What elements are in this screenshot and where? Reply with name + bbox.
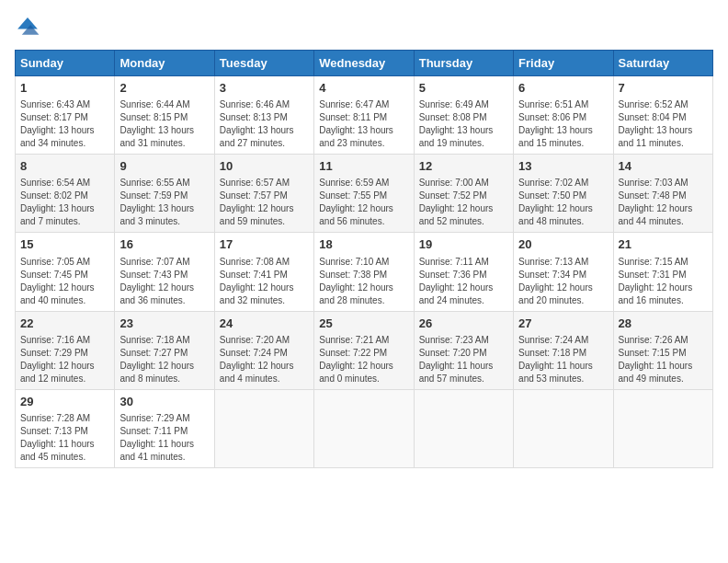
- day-cell-26: 26Sunrise: 7:23 AM Sunset: 7:20 PM Dayli…: [414, 311, 513, 389]
- header-thursday: Thursday: [414, 51, 513, 76]
- day-info: Sunrise: 6:59 AM Sunset: 7:55 PM Dayligh…: [319, 177, 408, 228]
- day-cell-4: 4Sunrise: 6:47 AM Sunset: 8:11 PM Daylig…: [314, 76, 414, 155]
- day-info: Sunrise: 7:08 AM Sunset: 7:41 PM Dayligh…: [220, 256, 309, 307]
- day-info: Sunrise: 6:55 AM Sunset: 7:59 PM Dayligh…: [119, 177, 209, 228]
- empty-cell: [613, 389, 712, 467]
- day-number: 10: [220, 158, 309, 175]
- day-number: 3: [220, 80, 309, 97]
- day-info: Sunrise: 7:24 AM Sunset: 7:18 PM Dayligh…: [518, 334, 608, 385]
- day-cell-21: 21Sunrise: 7:15 AM Sunset: 7:31 PM Dayli…: [613, 233, 712, 311]
- day-cell-18: 18Sunrise: 7:10 AM Sunset: 7:38 PM Dayli…: [314, 233, 414, 311]
- day-cell-12: 12Sunrise: 7:00 AM Sunset: 7:52 PM Dayli…: [414, 155, 513, 233]
- header-monday: Monday: [115, 51, 214, 76]
- day-info: Sunrise: 7:26 AM Sunset: 7:15 PM Dayligh…: [619, 334, 708, 385]
- header-tuesday: Tuesday: [214, 51, 313, 76]
- day-info: Sunrise: 6:57 AM Sunset: 7:57 PM Dayligh…: [220, 177, 309, 228]
- day-number: 7: [619, 80, 708, 97]
- day-cell-28: 28Sunrise: 7:26 AM Sunset: 7:15 PM Dayli…: [613, 311, 712, 389]
- day-cell-3: 3Sunrise: 6:46 AM Sunset: 8:13 PM Daylig…: [214, 76, 313, 155]
- day-number: 25: [319, 316, 408, 332]
- day-number: 11: [319, 158, 408, 175]
- day-cell-16: 16Sunrise: 7:07 AM Sunset: 7:43 PM Dayli…: [115, 233, 214, 311]
- day-number: 8: [20, 158, 109, 175]
- day-info: Sunrise: 6:52 AM Sunset: 8:04 PM Dayligh…: [619, 98, 708, 150]
- day-info: Sunrise: 6:47 AM Sunset: 8:11 PM Dayligh…: [319, 98, 408, 150]
- empty-cell: [314, 389, 414, 467]
- day-info: Sunrise: 6:43 AM Sunset: 8:17 PM Dayligh…: [20, 98, 109, 150]
- day-cell-11: 11Sunrise: 6:59 AM Sunset: 7:55 PM Dayli…: [314, 155, 414, 233]
- empty-cell: [414, 389, 513, 467]
- header-sunday: Sunday: [16, 51, 115, 76]
- day-info: Sunrise: 7:16 AM Sunset: 7:29 PM Dayligh…: [20, 334, 109, 385]
- day-cell-5: 5Sunrise: 6:49 AM Sunset: 8:08 PM Daylig…: [414, 76, 513, 155]
- day-info: Sunrise: 7:02 AM Sunset: 7:50 PM Dayligh…: [518, 177, 608, 228]
- day-cell-30: 30Sunrise: 7:29 AM Sunset: 7:11 PM Dayli…: [115, 389, 214, 467]
- calendar-week-1: 1Sunrise: 6:43 AM Sunset: 8:17 PM Daylig…: [16, 76, 713, 155]
- day-cell-7: 7Sunrise: 6:52 AM Sunset: 8:04 PM Daylig…: [613, 76, 712, 155]
- day-cell-6: 6Sunrise: 6:51 AM Sunset: 8:06 PM Daylig…: [514, 76, 613, 155]
- day-number: 20: [518, 236, 608, 253]
- day-number: 1: [20, 80, 109, 97]
- day-number: 27: [518, 316, 608, 332]
- day-number: 5: [419, 80, 508, 97]
- day-info: Sunrise: 6:49 AM Sunset: 8:08 PM Dayligh…: [419, 98, 508, 150]
- calendar-table: SundayMondayTuesdayWednesdayThursdayFrid…: [15, 50, 713, 468]
- day-number: 19: [419, 236, 508, 253]
- day-cell-29: 29Sunrise: 7:28 AM Sunset: 7:13 PM Dayli…: [16, 389, 115, 467]
- header-friday: Friday: [514, 51, 613, 76]
- day-number: 6: [518, 80, 608, 97]
- day-number: 15: [20, 236, 109, 253]
- day-info: Sunrise: 6:51 AM Sunset: 8:06 PM Dayligh…: [518, 98, 608, 150]
- header-wednesday: Wednesday: [314, 51, 414, 76]
- day-number: 26: [419, 316, 508, 332]
- day-number: 30: [119, 394, 209, 410]
- day-number: 14: [619, 158, 708, 175]
- day-number: 22: [20, 316, 109, 332]
- day-number: 2: [119, 80, 209, 97]
- day-number: 13: [518, 158, 608, 175]
- day-cell-22: 22Sunrise: 7:16 AM Sunset: 7:29 PM Dayli…: [16, 311, 115, 389]
- empty-cell: [214, 389, 313, 467]
- day-cell-13: 13Sunrise: 7:02 AM Sunset: 7:50 PM Dayli…: [514, 155, 613, 233]
- day-info: Sunrise: 7:21 AM Sunset: 7:22 PM Dayligh…: [319, 334, 408, 385]
- logo: [15, 15, 44, 40]
- day-info: Sunrise: 7:05 AM Sunset: 7:45 PM Dayligh…: [20, 256, 109, 307]
- day-number: 12: [419, 158, 508, 175]
- day-info: Sunrise: 7:10 AM Sunset: 7:38 PM Dayligh…: [319, 256, 408, 307]
- day-info: Sunrise: 7:00 AM Sunset: 7:52 PM Dayligh…: [419, 177, 508, 228]
- calendar-week-2: 8Sunrise: 6:54 AM Sunset: 8:02 PM Daylig…: [16, 155, 713, 233]
- empty-cell: [514, 389, 613, 467]
- day-cell-20: 20Sunrise: 7:13 AM Sunset: 7:34 PM Dayli…: [514, 233, 613, 311]
- header-row: SundayMondayTuesdayWednesdayThursdayFrid…: [16, 51, 713, 76]
- day-cell-10: 10Sunrise: 6:57 AM Sunset: 7:57 PM Dayli…: [214, 155, 313, 233]
- day-number: 23: [119, 316, 209, 332]
- calendar-week-5: 29Sunrise: 7:28 AM Sunset: 7:13 PM Dayli…: [16, 389, 713, 467]
- day-info: Sunrise: 7:07 AM Sunset: 7:43 PM Dayligh…: [119, 256, 209, 307]
- day-number: 24: [220, 316, 309, 332]
- calendar-week-4: 22Sunrise: 7:16 AM Sunset: 7:29 PM Dayli…: [16, 311, 713, 389]
- day-info: Sunrise: 7:03 AM Sunset: 7:48 PM Dayligh…: [619, 177, 708, 228]
- svg-marker-0: [17, 17, 38, 29]
- header-saturday: Saturday: [613, 51, 712, 76]
- day-number: 17: [220, 236, 309, 253]
- day-info: Sunrise: 7:23 AM Sunset: 7:20 PM Dayligh…: [419, 334, 508, 385]
- day-number: 9: [119, 158, 209, 175]
- day-info: Sunrise: 7:11 AM Sunset: 7:36 PM Dayligh…: [419, 256, 508, 307]
- day-cell-23: 23Sunrise: 7:18 AM Sunset: 7:27 PM Dayli…: [115, 311, 214, 389]
- day-number: 29: [20, 394, 109, 410]
- day-info: Sunrise: 7:29 AM Sunset: 7:11 PM Dayligh…: [119, 412, 209, 464]
- day-cell-25: 25Sunrise: 7:21 AM Sunset: 7:22 PM Dayli…: [314, 311, 414, 389]
- day-info: Sunrise: 6:44 AM Sunset: 8:15 PM Dayligh…: [119, 98, 209, 150]
- day-number: 18: [319, 236, 408, 253]
- day-cell-14: 14Sunrise: 7:03 AM Sunset: 7:48 PM Dayli…: [613, 155, 712, 233]
- calendar-week-3: 15Sunrise: 7:05 AM Sunset: 7:45 PM Dayli…: [16, 233, 713, 311]
- day-info: Sunrise: 7:28 AM Sunset: 7:13 PM Dayligh…: [20, 412, 109, 464]
- day-number: 21: [619, 236, 708, 253]
- page-header: [15, 15, 713, 40]
- day-info: Sunrise: 7:18 AM Sunset: 7:27 PM Dayligh…: [119, 334, 209, 385]
- day-number: 4: [319, 80, 408, 97]
- day-cell-17: 17Sunrise: 7:08 AM Sunset: 7:41 PM Dayli…: [214, 233, 313, 311]
- day-info: Sunrise: 7:20 AM Sunset: 7:24 PM Dayligh…: [220, 334, 309, 385]
- day-cell-9: 9Sunrise: 6:55 AM Sunset: 7:59 PM Daylig…: [115, 155, 214, 233]
- day-info: Sunrise: 7:13 AM Sunset: 7:34 PM Dayligh…: [518, 256, 608, 307]
